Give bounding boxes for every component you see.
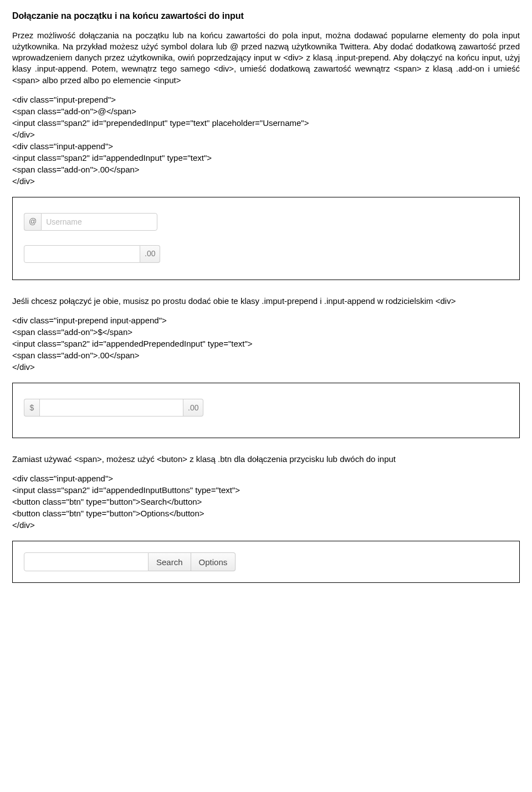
code-line: <div class="input-prepend input-append"> <box>12 314 520 326</box>
decimal-addon: .00 <box>140 245 160 263</box>
code-line: </div> <box>12 175 520 187</box>
code-line: <input class="span2" id="appendedInputBu… <box>12 484 520 496</box>
code-line: <span class="add-on">@</span> <box>12 105 520 117</box>
dollar-addon: $ <box>24 399 39 417</box>
at-addon: @ <box>24 213 41 231</box>
code-line: <div class="input-append"> <box>12 140 520 152</box>
code-line: <span class="add-on">$</span> <box>12 326 520 338</box>
paragraph-buttons: Zamiast używać <span>, możesz użyć <buto… <box>12 454 520 465</box>
paragraph-combined: Jeśli chcesz połączyć je obie, musisz po… <box>12 296 520 307</box>
input-append-buttons-group: Search Options <box>24 552 236 571</box>
code-example-3: <div class="input-append"> <input class=… <box>12 473 520 531</box>
code-line: <button class="btn" type="button">Option… <box>12 507 520 519</box>
input-prepend-group: @ <box>24 213 157 231</box>
code-line: <input class="span2" id="appendedPrepend… <box>12 338 520 349</box>
code-line: <span class="add-on">.00</span> <box>12 349 520 361</box>
code-line: <div class="input-prepend"> <box>12 94 520 105</box>
code-line: <div class="input-append"> <box>12 473 520 484</box>
options-button[interactable]: Options <box>191 552 236 571</box>
decimal-addon-2: .00 <box>183 399 203 417</box>
code-line: <input class="span2" id="appendedInput" … <box>12 152 520 164</box>
currency-input[interactable] <box>39 399 183 417</box>
code-line: <button class="btn" type="button">Search… <box>12 496 520 507</box>
figure-buttons: Search Options <box>12 541 520 583</box>
code-example-2: <div class="input-prepend input-append">… <box>12 314 520 373</box>
code-line: </div> <box>12 519 520 531</box>
input-append-group: .00 <box>24 245 160 263</box>
input-prepend-append-group: $ .00 <box>24 399 203 417</box>
search-input[interactable] <box>24 552 149 571</box>
code-line: <span class="add-on">.00</span> <box>12 164 520 175</box>
paragraph-intro: Przez możliwość dołączania na początku l… <box>12 30 520 86</box>
code-line: </div> <box>12 129 520 140</box>
code-line: <input class="span2" id="prependedInput"… <box>12 117 520 129</box>
search-button[interactable]: Search <box>149 552 191 571</box>
section-heading: Dołączanie na początku i na końcu zawart… <box>12 10 520 22</box>
code-example-1: <div class="input-prepend"> <span class=… <box>12 94 520 187</box>
figure-combined: $ .00 <box>12 383 520 438</box>
username-input[interactable] <box>41 213 157 231</box>
code-line: </div> <box>12 361 520 373</box>
figure-prepend-append: @ .00 <box>12 197 520 280</box>
amount-input[interactable] <box>24 245 140 263</box>
